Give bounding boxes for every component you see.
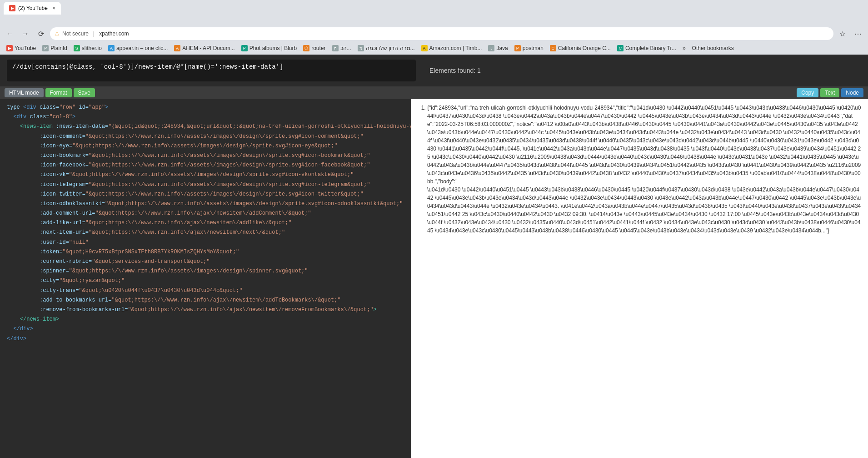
bookmark-california[interactable]: C California Orange C... [547, 44, 614, 52]
java-favicon: J [488, 45, 494, 51]
security-label: Not secure [62, 30, 89, 37]
bookmark-mara[interactable]: מ מרה הרון שלו וכמה... [355, 44, 418, 52]
xpath-input[interactable]: //div[contains(@class, 'col-8')]/news-it… [7, 60, 416, 81]
right-result-pane: {"id":248934,"url":"na-treh-ulicah-gorro… [411, 99, 868, 458]
split-view: type <div class="row" id="app"> <div cla… [0, 99, 868, 458]
code-line: :add-to-bookmarks-url="&quot;https:\/\/w… [0, 296, 411, 305]
bookmark-slither[interactable]: S slither.io [71, 44, 105, 52]
code-line: :icon-bookmark="&quot;https:\/\/www.rzn.… [0, 151, 411, 161]
bookmark-ahem[interactable]: A AHEM - API Docum... [171, 44, 237, 52]
bookmark-router-label: router [311, 45, 325, 51]
back-button[interactable]: ← [4, 27, 16, 40]
code-line: :city="&quot;ryazan&quot;" [0, 276, 411, 286]
bookmark-amazon[interactable]: A Amazon.com | Timb... [419, 44, 485, 52]
plainid-favicon: P [42, 45, 49, 51]
bookmark-java[interactable]: J Java [485, 44, 510, 52]
left-code-pane: type <div class="row" id="app"> <div cla… [0, 99, 411, 458]
code-line: :user-id="null" [0, 238, 411, 247]
html-mode-button[interactable]: HTML mode [5, 88, 44, 97]
forward-button[interactable]: → [19, 27, 32, 40]
address-bar[interactable]: ⚠ Not secure | xpather.com [50, 27, 833, 40]
tab-favicon: ▶ [9, 5, 15, 11]
code-line: <div class="col-8"> [0, 112, 411, 122]
bookmark-slither-label: slither.io [82, 45, 102, 51]
ahem-favicon: A [174, 45, 180, 51]
nav-bar: ← → ⟳ ⚠ Not secure | xpather.com ☆ ⋯ [0, 25, 868, 42]
postman-favicon: P [514, 45, 521, 51]
code-line: :icon-telegram="&quot;https:\/\/www.rzn.… [0, 180, 411, 190]
xpath-section: //div[contains(@class, 'col-8')]/news-it… [0, 55, 868, 86]
code-line: type <div class="row" id="app"> [0, 103, 411, 112]
bookmark-mara-label: מרה הרון שלו וכמה... [366, 45, 415, 51]
bookmark-amazon-label: Amazon.com | Timb... [429, 45, 482, 51]
slither-favicon: S [74, 45, 80, 51]
router-favicon: ⬡ [303, 45, 309, 51]
bookmark-postman[interactable]: P postman [512, 44, 546, 52]
code-line: :icon-odboklassniki="&quot;https:\/\/www… [0, 199, 411, 209]
bookmark-youtube[interactable]: ▶ YouTube [4, 44, 39, 52]
copy-button[interactable]: Copy [797, 88, 818, 97]
node-button[interactable]: Node [841, 88, 863, 97]
bookmark-other[interactable]: Other bookmarks [689, 44, 737, 52]
bookmark-appear-label: appear.in – one clic... [116, 45, 168, 51]
save-button[interactable]: Save [74, 88, 95, 97]
code-line: <news-item :news-item-data="{&quot;id&qu… [0, 122, 411, 131]
result-item: {"id":248934,"url":"na-treh-ulicah-gorro… [427, 104, 861, 235]
california-favicon: C [550, 45, 556, 51]
text-button[interactable]: Text [820, 88, 839, 97]
bookmark-router[interactable]: ⬡ router [300, 44, 328, 52]
bookmark-star-btn[interactable]: ☆ [836, 27, 849, 40]
bookmark-other-label: Other bookmarks [692, 45, 734, 51]
code-line: :icon-eye="&quot;https:\/\/www.rzn.info\… [0, 141, 411, 151]
bookmark-hk[interactable]: ה הכ... [329, 44, 354, 52]
bookmark-hk-label: הכ... [340, 45, 351, 51]
tab-bar: ▶ (2) YouTube × [0, 0, 868, 15]
security-icon: ⚠ [55, 30, 60, 37]
code-line: :current-rubric="&quot;services-and-tran… [0, 257, 411, 267]
bookmark-phot-label: Phot albums | Blurb [249, 45, 297, 51]
tab-title: (2) YouTube [18, 5, 48, 11]
code-line: </news-item> [0, 315, 411, 324]
code-line: </div> [0, 334, 411, 344]
bookmark-java-label: Java [496, 45, 508, 51]
code-line: :add-comment-url="&quot;https:\/\/www.rz… [0, 209, 411, 218]
xpather-app: //div[contains(@class, 'col-8')]/news-it… [0, 55, 868, 458]
bookmark-ahem-label: AHEM - API Docum... [182, 45, 234, 51]
hk-favicon: ה [332, 45, 339, 51]
tab-close-btn[interactable]: × [52, 5, 55, 11]
bookmark-bar: ▶ YouTube P PlainId S slither.io A appea… [0, 42, 868, 55]
bookmark-postman-label: postman [523, 45, 544, 51]
active-tab[interactable]: ▶ (2) YouTube × [4, 2, 61, 15]
bookmark-more[interactable]: » [680, 44, 688, 52]
mara-favicon: מ [358, 45, 364, 51]
bookmark-youtube-label: YouTube [15, 45, 36, 51]
youtube-favicon: ▶ [6, 45, 13, 51]
phot-favicon: P [241, 45, 248, 51]
extension-btn[interactable]: ⋯ [852, 27, 864, 40]
code-line: :icon-vk="&quot;https:\/\/www.rzn.info\/… [0, 170, 411, 180]
code-line: :spinner="&quot;https:\/\/www.rzn.info\/… [0, 267, 411, 276]
bookmark-plainid[interactable]: P PlainId [40, 44, 70, 52]
format-button[interactable]: Format [45, 88, 72, 97]
bookmark-plainid-label: PlainId [50, 45, 67, 51]
toolbar-right: Copy Text Node [797, 88, 863, 97]
bookmark-more-label: » [683, 45, 686, 51]
separator: | [93, 30, 95, 37]
code-line: </div> [0, 324, 411, 334]
bookmark-california-label: California Orange C... [558, 45, 611, 51]
code-line: :next-item-url="&quot;https:\/\/www.rzn.… [0, 228, 411, 237]
code-line: :remove-from-bookmarks-url="&quot;https:… [0, 305, 411, 315]
toolbar: HTML mode Format Save Copy Text Node [0, 86, 868, 99]
reload-button[interactable]: ⟳ [35, 27, 47, 40]
toolbar-left: HTML mode Format Save [5, 88, 95, 97]
code-line: :icon-twitter="&quot;https:\/\/www.rzn.i… [0, 190, 411, 199]
code-line: :icon-facebook="&quot;https:\/\/www.rzn.… [0, 161, 411, 170]
code-line: :add-like-url="&quot;https:\/\/www.rzn.i… [0, 218, 411, 228]
bookmark-complete-binary[interactable]: C Complete Binary Tr... [614, 44, 679, 52]
bookmark-phot[interactable]: P Phot albums | Blurb [239, 44, 300, 52]
bookmark-appear[interactable]: A appear.in – one clic... [105, 44, 170, 52]
elements-found-label: Elements found: 1 [429, 67, 481, 74]
code-line: :city-trans="&quot;\u0420\u044f\u0437\u0… [0, 286, 411, 296]
amazon-favicon: A [421, 45, 428, 51]
url-text: xpather.com [99, 30, 829, 37]
